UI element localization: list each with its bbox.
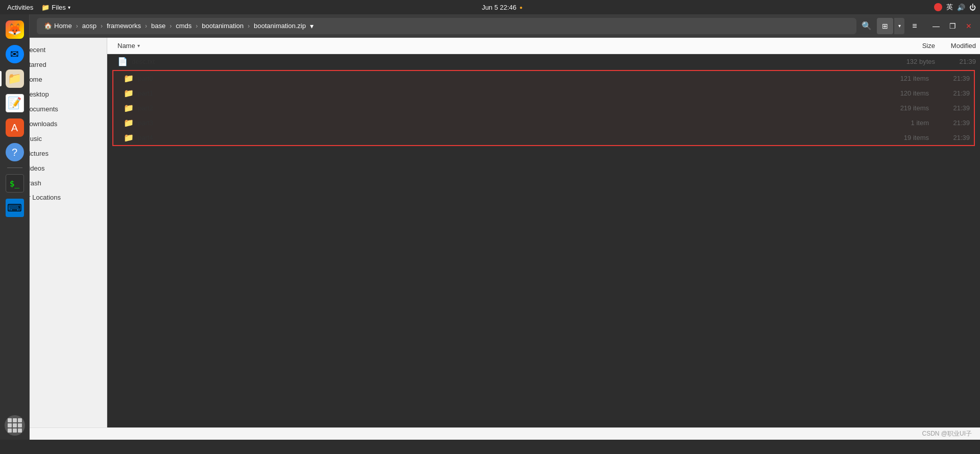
search-button[interactable]: 🔍 <box>858 18 875 34</box>
filename-part4: part4 <box>138 134 153 141</box>
file-row-modified-part4: 21:39 <box>933 132 974 143</box>
fm-content: 🕐 Recent ★ Starred 🏠 Home 🖥 Desktop 📄 <box>0 38 980 427</box>
watermark: CSDN @职业UI子 <box>922 429 972 438</box>
breadcrumb-bootanimation-zip[interactable]: bootanimation.zip <box>251 21 309 31</box>
folder-icon-part3: 📁 <box>124 118 134 128</box>
file-row-size-part0: 121 items <box>872 73 933 84</box>
file-row-part4[interactable]: 📁 part4 19 items 21:39 <box>113 130 974 145</box>
fm-statusbar: CSDN @职业UI子 <box>0 427 980 440</box>
fm-toolbar: ‹ › 🏠 Home › aosp › frameworks › base <box>0 14 980 38</box>
grid-view-button[interactable]: ⊞ <box>877 18 893 34</box>
sep-1: › <box>76 22 78 30</box>
view-dropdown-button[interactable]: ▾ <box>894 18 904 34</box>
file-row-modified-part3: 21:39 <box>933 117 974 128</box>
breadcrumb-base[interactable]: base <box>148 21 169 31</box>
dock-item-libreoffice[interactable]: 📝 <box>4 92 26 114</box>
lang-btn[interactable]: 英 <box>946 3 953 12</box>
file-row-size-part2: 219 items <box>872 103 933 113</box>
breadcrumb-bar: 🏠 Home › aosp › frameworks › base › cmds <box>37 18 856 34</box>
file-area: Name ▾ Size Modified 📄 <box>107 38 980 427</box>
files-folder-icon: 📁 <box>41 4 50 11</box>
folder-icon-part2: 📁 <box>124 103 134 113</box>
file-row-part2[interactable]: 📁 part2 219 items 21:39 <box>113 101 974 115</box>
dock-separator <box>7 168 22 168</box>
clock: Jun 5 22:46 <box>482 4 516 11</box>
notification-dot: ● <box>519 5 522 10</box>
files-chevron-icon: ▾ <box>68 5 70 10</box>
file-list: 📄 desc.txt 132 bytes 21:39 📁 part0 <box>107 54 980 427</box>
close-button[interactable]: ✕ <box>962 19 976 33</box>
home-icon: 🏠 <box>44 22 52 30</box>
txt-file-icon: 📄 <box>117 57 128 66</box>
sep-3: › <box>145 22 147 30</box>
file-manager-window: ‹ › 🏠 Home › aosp › frameworks › base <box>0 14 980 440</box>
breadcrumb-dropdown-btn[interactable]: ▾ <box>310 22 314 30</box>
file-row-name-desc-txt: 📄 desc.txt <box>107 55 878 68</box>
file-row-name-part4: 📁 part4 <box>113 131 872 144</box>
file-row-size-part4: 19 items <box>872 132 933 143</box>
file-row-part0[interactable]: 📁 part0 121 items 21:39 <box>113 71 974 86</box>
files-menu[interactable]: 📁 Files ▾ <box>41 4 70 11</box>
file-row-part3[interactable]: 📁 part3 1 item 21:39 <box>113 115 974 130</box>
power-icon[interactable]: ⏻ <box>969 4 976 11</box>
column-headers: Name ▾ Size Modified <box>107 38 980 54</box>
restore-button[interactable]: ❐ <box>945 19 960 33</box>
selection-box: 📁 part0 121 items 21:39 📁 part1 <box>112 70 975 146</box>
file-row-modified-desc-txt: 21:39 <box>939 56 980 67</box>
hamburger-menu-button[interactable]: ≡ <box>906 18 923 34</box>
breadcrumb-bootanimation[interactable]: bootanimation <box>199 21 247 31</box>
audio-icon[interactable]: 🔊 <box>957 4 965 11</box>
folder-icon-part4: 📁 <box>124 133 134 142</box>
folder-icon-part1: 📁 <box>124 88 134 98</box>
file-row-name-part2: 📁 part2 <box>113 102 872 114</box>
col-name-header[interactable]: Name ▾ <box>107 40 878 52</box>
view-buttons: ⊞ ▾ <box>877 18 904 34</box>
app-layout: 🦊 ✉ 📁 📝 A ? $_ ⌨ <box>0 14 980 440</box>
file-row-name-part3: 📁 part3 <box>113 116 872 129</box>
dock-item-vscode[interactable]: ⌨ <box>4 197 26 219</box>
filename-part3: part3 <box>138 119 153 127</box>
sep-5: › <box>196 22 198 30</box>
window-controls: — ❐ ✕ <box>929 19 976 33</box>
dock-item-terminal[interactable]: $_ <box>4 172 26 195</box>
file-row-size-desc-txt: 132 bytes <box>878 56 939 67</box>
file-row-modified-part1: 21:39 <box>933 88 974 99</box>
file-row-size-part1: 120 items <box>872 88 933 99</box>
sep-2: › <box>101 22 103 30</box>
topbar: Activities 📁 Files ▾ Jun 5 22:46 ● 英 🔊 ⏻ <box>0 0 980 14</box>
dock-item-thunderbird[interactable]: ✉ <box>4 43 26 65</box>
sep-4: › <box>170 22 172 30</box>
close-btn-indicator <box>934 3 942 11</box>
col-size-header[interactable]: Size <box>878 40 939 52</box>
dock-item-help[interactable]: ? <box>4 141 26 163</box>
dock-item-files[interactable]: 📁 <box>4 67 26 90</box>
folder-icon-part0: 📁 <box>124 74 134 83</box>
file-row-size-part3: 1 item <box>872 117 933 128</box>
dock-item-firefox[interactable]: 🦊 <box>4 18 26 41</box>
breadcrumb-cmds[interactable]: cmds <box>173 21 195 31</box>
bottombar <box>0 440 980 454</box>
show-apps-btn[interactable] <box>5 415 25 436</box>
topbar-right: 英 🔊 ⏻ <box>934 3 976 12</box>
file-row-part1[interactable]: 📁 part1 120 items 21:39 <box>113 86 974 101</box>
file-row-name-part0: 📁 part0 <box>113 72 872 85</box>
col-modified-header: Modified <box>939 40 980 52</box>
sort-arrow: ▾ <box>137 43 140 49</box>
minimize-button[interactable]: — <box>929 19 943 33</box>
file-row-desc-txt[interactable]: 📄 desc.txt 132 bytes 21:39 <box>107 54 980 69</box>
dock-item-appstore[interactable]: A <box>4 116 26 139</box>
topbar-left: Activities 📁 Files ▾ <box>4 3 70 12</box>
file-row-modified-part2: 21:39 <box>933 103 974 113</box>
dock: 🦊 ✉ 📁 📝 A ? $_ ⌨ <box>0 14 30 440</box>
file-row-name-part1: 📁 part1 <box>113 87 872 100</box>
sep-6: › <box>248 22 250 30</box>
breadcrumb-frameworks[interactable]: frameworks <box>104 21 144 31</box>
breadcrumb-home[interactable]: 🏠 Home <box>41 21 75 31</box>
file-row-modified-part0: 21:39 <box>933 73 974 84</box>
filename-desc-txt: desc.txt <box>132 58 155 65</box>
breadcrumb-aosp[interactable]: aosp <box>79 21 100 31</box>
filename-part0: part0 <box>138 75 153 82</box>
activities-button[interactable]: Activities <box>4 3 36 12</box>
topbar-center: Jun 5 22:46 ● <box>482 4 522 11</box>
filename-part2: part2 <box>138 104 153 112</box>
